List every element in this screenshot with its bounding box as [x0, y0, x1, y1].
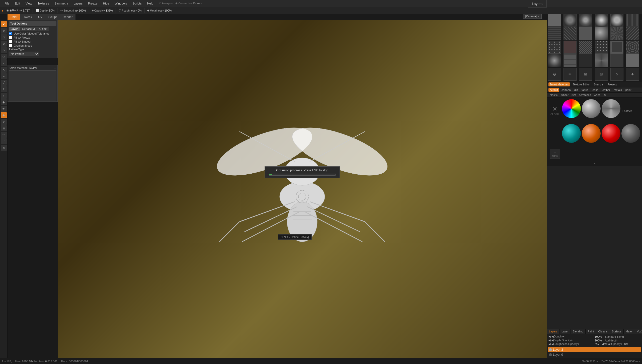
tool-select[interactable]: ⬡ — [1, 54, 7, 60]
sm-subtab-rust[interactable]: rust — [570, 93, 577, 97]
layer-tab-layer[interactable]: Layer — [9, 27, 20, 31]
alpha-cell-18[interactable] — [626, 41, 639, 54]
menu-hide[interactable]: Hide — [101, 1, 112, 6]
metalness-control[interactable]: ◆ Metalness+ 100% — [146, 9, 173, 12]
alpha-cell-1[interactable] — [548, 14, 561, 27]
alpha-cell-16[interactable] — [595, 41, 608, 54]
alpha-cell-2[interactable] — [564, 14, 577, 27]
alpha-cell-5[interactable] — [610, 14, 623, 27]
alpha-cell-24[interactable] — [626, 54, 639, 67]
layers-htab-surface[interactable]: Surface — [610, 329, 624, 334]
sm-subtab-cartoon[interactable]: cartoon — [560, 88, 572, 92]
alpha-cell-settings[interactable]: ⚙ — [548, 68, 561, 81]
radius-control[interactable]: ◉ ◉Radius+ 6,767 — [6, 9, 31, 12]
alpha-cell-filter[interactable]: ⊡ — [595, 68, 608, 81]
layer-tab-surface[interactable]: Surface M — [20, 27, 37, 31]
tool-paint-brush[interactable]: 🖌 — [1, 21, 7, 27]
sm-close-button[interactable]: ✕ CLOSE — [548, 100, 561, 122]
sm-subtab-scratches[interactable]: scratches — [578, 93, 592, 97]
sm-item-orange[interactable] — [582, 124, 601, 143]
tool-transform[interactable]: ✦ — [1, 60, 7, 66]
tool-layer-add[interactable]: ⊞ — [1, 125, 7, 131]
tool-fill[interactable]: ◻ — [1, 34, 7, 40]
sm-tab-smart-materials[interactable]: Smart Materials — [548, 82, 570, 86]
alpha-cell-new[interactable]: ✚ — [626, 68, 639, 81]
layers-htab-layer[interactable]: Layer — [559, 329, 571, 334]
menu-textures[interactable]: Textures — [35, 1, 51, 6]
tool-3d[interactable]: ⬢ — [1, 99, 7, 105]
alpha-cell-13[interactable] — [548, 41, 561, 54]
tool-active-brush[interactable]: ⬟ — [1, 112, 7, 118]
tab-uv[interactable]: UV — [35, 14, 45, 20]
tab-paint[interactable]: Paint — [8, 14, 20, 20]
sm-tab-texture-editor[interactable]: Texture Editor — [572, 82, 591, 86]
layers-htab-paint[interactable]: Paint — [586, 329, 596, 334]
sm-tab-stencils[interactable]: Stencils — [593, 82, 605, 86]
menu-file[interactable]: File — [2, 1, 12, 6]
sm-item-metal-ring[interactable] — [582, 99, 601, 118]
layers-top-tab[interactable]: Layers — [528, 0, 547, 8]
alpha-cell-grid[interactable]: ⊞ — [579, 68, 592, 81]
pattern-select[interactable]: No Pattern — [9, 52, 39, 56]
alpha-cell-7[interactable] — [548, 27, 561, 40]
sm-subtab-plastic[interactable]: plastic — [548, 93, 559, 97]
layers-htab-objects[interactable]: Objects — [596, 329, 610, 334]
sm-item-teal[interactable] — [562, 124, 581, 143]
alpha-cell-12[interactable] — [626, 27, 639, 40]
sm-item-rainbow[interactable] — [562, 99, 581, 118]
alpha-cell-3[interactable] — [579, 14, 592, 27]
camera-button[interactable]: [Camera] ▾ — [523, 14, 542, 19]
fill-smooth-checkbox[interactable] — [9, 40, 12, 43]
alpha-cell-eye[interactable]: 👁 — [564, 68, 577, 81]
layer-item-3[interactable]: Layer 3 — [548, 347, 641, 352]
smp-minus[interactable]: — — [54, 66, 56, 69]
layers-htab-blending[interactable]: Blending — [571, 329, 586, 334]
tool-shape[interactable]: ○ — [1, 93, 7, 99]
layers-htab-layers[interactable]: Layers — [547, 329, 559, 334]
tool-gear[interactable]: ⚙ — [1, 119, 7, 125]
sm-dropdown-arrow[interactable]: ⌄ — [548, 160, 640, 165]
sm-subtab-rubber[interactable]: rubber — [559, 93, 570, 97]
alpha-cell-4[interactable] — [595, 14, 608, 27]
tool-wave[interactable]: 〰 — [1, 132, 7, 138]
sm-subtab-leaks[interactable]: leaks — [591, 88, 600, 92]
tool-curve[interactable]: ⌒ — [1, 138, 7, 144]
alpha-cell-11[interactable] — [610, 27, 623, 40]
alpha-cell-21[interactable] — [579, 54, 592, 67]
tab-tweak[interactable]: Tweak — [20, 14, 35, 20]
alpha-cell-23[interactable] — [610, 54, 623, 67]
connective-pick[interactable]: ⊕ Connective Picku ▾ — [174, 2, 203, 5]
tool-line[interactable]: ╱ — [1, 80, 7, 86]
alpha-cell-19[interactable] — [548, 54, 561, 67]
menu-edit[interactable]: Edit — [12, 1, 23, 6]
sm-subtab-close[interactable]: ✕ — [602, 93, 607, 97]
alpha-cell-8[interactable] — [564, 27, 577, 40]
menu-layers[interactable]: Layers — [71, 1, 85, 6]
menu-view[interactable]: View — [23, 1, 35, 6]
sm-item-spiral[interactable] — [602, 99, 620, 118]
roughness-control[interactable]: ⬡ Roughness+ 0% — [118, 9, 143, 12]
opacity-control[interactable]: ◈ Opacity+ 136% — [91, 9, 114, 12]
tool-text[interactable]: T — [1, 86, 7, 92]
viewport[interactable]: Occlusion progress. Press ESC to stop {'… — [58, 20, 547, 358]
layers-htab-voxtree[interactable]: VoxTre — [635, 329, 642, 334]
sm-new-button[interactable]: + NEW — [550, 149, 560, 159]
sm-subtab-leather[interactable]: leather — [601, 88, 612, 92]
tab-render[interactable]: Render — [60, 14, 75, 20]
tool-eye[interactable]: 👁 — [1, 106, 7, 112]
sm-item-dark-metal[interactable] — [621, 124, 640, 143]
alpha-cell-9[interactable] — [579, 27, 592, 40]
layer-tab-object[interactable]: Object — [37, 27, 49, 31]
sm-tab-presets[interactable]: Presets — [606, 82, 618, 86]
gradient-mode-checkbox[interactable] — [9, 44, 12, 47]
alpha-cell-10[interactable] — [595, 27, 608, 40]
sm-item-red[interactable] — [602, 124, 620, 143]
depth-control[interactable]: ⬜ Depth+ 50% — [35, 9, 56, 12]
tab-sculpt[interactable]: Sculpt — [45, 14, 60, 20]
tool-spiral[interactable]: ⊛ — [1, 145, 7, 151]
alpha-cell-14[interactable] — [564, 41, 577, 54]
alpha-cell-6[interactable] — [626, 14, 639, 27]
tool-arrow[interactable]: ↖ — [1, 67, 7, 73]
fill-freeze-checkbox[interactable] — [9, 36, 12, 39]
tool-eraser[interactable]: ⊗ — [1, 28, 7, 34]
